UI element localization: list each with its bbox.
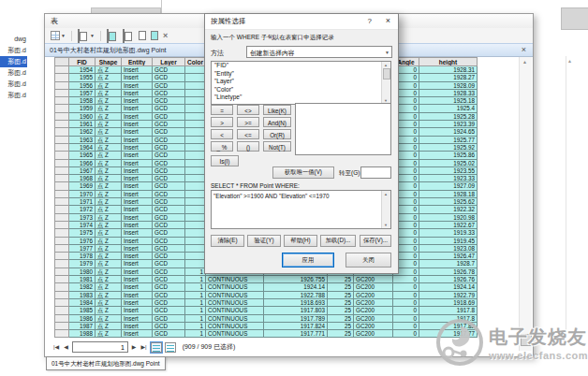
row-selector[interactable] xyxy=(55,159,69,166)
cell-entity[interactable]: Insert xyxy=(122,74,153,81)
cell-angle[interactable]: 0 xyxy=(393,307,419,314)
cell-layer[interactable]: GCD xyxy=(153,291,185,298)
toc-item[interactable]: 形图.d xyxy=(0,56,27,67)
cell-entity[interactable]: Insert xyxy=(122,128,153,136)
cell-color[interactable]: 1 xyxy=(185,322,206,329)
cell-shape[interactable]: 点 Z xyxy=(96,105,122,112)
operator-button[interactable]: Or(R) xyxy=(263,129,291,139)
first-record-button[interactable]: |◀ xyxy=(52,341,60,353)
toc-item[interactable]: 形图.d xyxy=(0,67,27,79)
cell-color[interactable]: 1 xyxy=(185,307,206,314)
cell-layer[interactable]: GCD xyxy=(153,244,185,252)
column-header-sel[interactable] xyxy=(55,58,69,66)
cell-linewt[interactable]: 25 xyxy=(328,322,354,329)
column-header-fid[interactable]: FID xyxy=(69,58,96,66)
field-list-item[interactable]: "Color" xyxy=(212,86,390,94)
cell-height[interactable]: 1923.33 xyxy=(419,175,478,182)
cell-layer[interactable]: GCD xyxy=(153,198,185,206)
cell-linetype[interactable]: CONTINUOUS xyxy=(206,276,264,283)
cell-angle[interactable]: 0 xyxy=(393,322,419,329)
clear-selection-button[interactable] xyxy=(138,30,147,42)
cell-layer[interactable]: GCD xyxy=(153,89,185,96)
cell-fid[interactable]: 1975 xyxy=(69,229,96,237)
cell-height[interactable]: 1918.69 xyxy=(419,298,478,306)
cell-layer[interactable]: GCD xyxy=(153,330,185,338)
scroll-down-icon[interactable]: ▼ xyxy=(384,223,388,227)
cell-fid[interactable]: 1956 xyxy=(69,81,96,89)
row-selector[interactable] xyxy=(55,276,69,283)
cell-color[interactable] xyxy=(185,229,206,237)
column-header-height[interactable]: height xyxy=(419,58,478,66)
cell-fid[interactable]: 1981 xyxy=(69,276,96,283)
is-button[interactable]: Is(I) xyxy=(211,155,239,166)
cell-fid[interactable]: 1954 xyxy=(69,66,96,74)
method-dropdown[interactable]: 创建新选择内容 ▼ xyxy=(246,46,392,58)
cell-height[interactable]: 1919.33 xyxy=(419,229,478,237)
cell-entity[interactable]: Insert xyxy=(122,244,153,252)
cell-color[interactable] xyxy=(185,74,206,81)
cell-entity[interactable]: Insert xyxy=(122,330,153,338)
cell-linetype[interactable]: CONTINUOUS xyxy=(206,298,264,306)
cell-shape[interactable]: 点 Z xyxy=(96,322,122,329)
cell-layer[interactable]: GCD xyxy=(153,206,185,213)
cell-fid[interactable]: 1963 xyxy=(69,136,96,143)
row-selector[interactable] xyxy=(55,97,69,105)
cell-layer[interactable]: GCD xyxy=(153,166,185,174)
cell-color[interactable]: 1 xyxy=(185,314,206,322)
cell-entity[interactable]: Insert xyxy=(122,190,153,197)
cell-color[interactable] xyxy=(185,198,206,206)
cell-linewt[interactable]: 25 xyxy=(328,276,354,283)
cell-shape[interactable]: 点 Z xyxy=(96,97,122,105)
cell-fid[interactable]: 1986 xyxy=(69,314,96,322)
cell-shape[interactable]: 点 Z xyxy=(96,206,122,213)
cell-layer[interactable]: GCD xyxy=(153,136,185,143)
cell-entity[interactable]: Insert xyxy=(122,198,153,206)
cell-layer[interactable]: GCD xyxy=(153,283,185,291)
row-selector[interactable] xyxy=(55,89,69,96)
cell-height[interactable]: 1925.62 xyxy=(419,198,478,206)
cell-color[interactable] xyxy=(185,253,206,260)
toc-item[interactable]: 形图.d xyxy=(0,45,27,56)
cell-fid[interactable]: 1969 xyxy=(69,182,96,190)
cell-shape[interactable]: 点 Z xyxy=(96,198,122,206)
cell-height[interactable]: 1924.65 xyxy=(419,128,478,136)
cell-color[interactable] xyxy=(185,213,206,221)
cell-color[interactable] xyxy=(185,244,206,252)
cell-fid[interactable]: 1972 xyxy=(69,206,96,213)
operator-button[interactable]: > xyxy=(211,117,233,127)
row-selector[interactable] xyxy=(55,322,69,329)
row-selector[interactable] xyxy=(55,268,69,275)
cell-elevation[interactable]: 1917.803 xyxy=(264,307,328,314)
cell-entity[interactable]: Insert xyxy=(122,229,153,237)
cell-elevation[interactable]: 1924.14 xyxy=(264,283,328,291)
current-record-input[interactable] xyxy=(72,341,128,353)
cell-entity[interactable]: Insert xyxy=(122,66,153,74)
cell-color[interactable]: 1 xyxy=(185,298,206,306)
cell-refname[interactable]: GC200 xyxy=(354,330,393,338)
cell-height[interactable]: 1923.55 xyxy=(419,166,478,174)
cell-angle[interactable]: 0 xyxy=(393,298,419,306)
cell-height[interactable]: 1926.78 xyxy=(419,268,478,275)
row-selector[interactable] xyxy=(55,253,69,260)
cell-layer[interactable]: GCD xyxy=(153,128,185,136)
dialog-button[interactable]: 帮助(H) xyxy=(284,235,317,247)
cell-fid[interactable]: 1967 xyxy=(69,166,96,174)
cell-shape[interactable]: 点 Z xyxy=(96,190,122,197)
cell-shape[interactable]: 点 Z xyxy=(96,229,122,237)
field-list-item[interactable]: "Linetype" xyxy=(212,94,390,102)
cell-height[interactable]: 1925.77 xyxy=(419,136,478,143)
cell-entity[interactable]: Insert xyxy=(122,322,153,329)
row-selector[interactable] xyxy=(55,198,69,206)
row-selector[interactable] xyxy=(55,260,69,268)
cell-color[interactable] xyxy=(185,136,206,143)
row-selector[interactable] xyxy=(55,229,69,237)
cell-height[interactable]: 1925.02 xyxy=(419,159,478,166)
cell-layer[interactable]: GCD xyxy=(153,66,185,74)
cell-angle[interactable]: 0 xyxy=(393,314,419,322)
row-selector[interactable] xyxy=(55,81,69,89)
cell-entity[interactable]: Insert xyxy=(122,276,153,283)
dialog-button[interactable]: 验证(Y) xyxy=(247,235,281,247)
cell-layer[interactable]: GCD xyxy=(153,105,185,112)
cell-height[interactable]: 1925.86 xyxy=(419,152,478,159)
table-options-button[interactable]: ▼ xyxy=(50,30,66,42)
